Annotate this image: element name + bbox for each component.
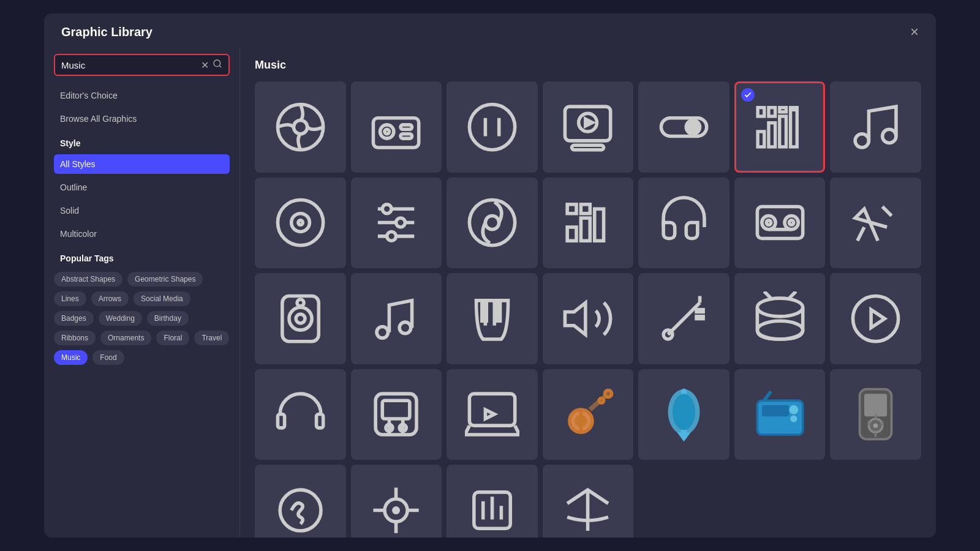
search-box: ✕	[54, 54, 230, 76]
modal-title: Graphic Library	[61, 25, 153, 39]
svg-point-85	[600, 399, 604, 403]
icon-bottom2[interactable]	[351, 465, 442, 538]
tag-abstract-shapes[interactable]: Abstract Shapes	[54, 272, 123, 287]
icon-bottom1[interactable]	[255, 465, 346, 538]
icon-toggle[interactable]	[638, 81, 729, 173]
icon-microphone[interactable]	[830, 178, 921, 269]
icon-cassette[interactable]	[734, 178, 826, 269]
tag-lines[interactable]: Lines	[54, 291, 86, 306]
svg-point-54	[377, 326, 388, 338]
icon-radio[interactable]	[351, 81, 442, 173]
tag-social-media[interactable]: Social Media	[134, 291, 190, 306]
icon-headphones[interactable]	[255, 369, 346, 460]
tag-food[interactable]: Food	[92, 350, 124, 365]
svg-rect-80	[469, 394, 514, 426]
icon-pause[interactable]	[447, 81, 538, 173]
icon-drum[interactable]	[734, 273, 826, 364]
svg-rect-44	[757, 207, 802, 239]
section-title: Music	[255, 59, 921, 72]
icon-piano[interactable]	[447, 273, 538, 364]
editors-choice-link[interactable]: Editor's Choice	[54, 86, 230, 105]
svg-point-55	[399, 322, 411, 334]
close-button[interactable]: ×	[910, 24, 919, 39]
tag-badges[interactable]: Badges	[54, 311, 94, 326]
icon-bottom3[interactable]	[447, 465, 538, 538]
icon-vinyl2[interactable]	[255, 178, 346, 269]
svg-rect-64	[696, 310, 703, 312]
svg-marker-60	[565, 302, 586, 334]
tag-wedding[interactable]: Wedding	[99, 311, 142, 326]
svg-rect-22	[758, 107, 764, 116]
svg-point-67	[757, 321, 802, 339]
svg-rect-25	[791, 107, 797, 110]
svg-rect-19	[769, 122, 775, 146]
icon-music-player-multicolor[interactable]	[351, 369, 442, 460]
tag-ribbons[interactable]: Ribbons	[54, 331, 96, 345]
svg-point-2	[277, 104, 323, 149]
icon-bottom4[interactable]	[543, 465, 634, 538]
svg-point-84	[605, 391, 612, 397]
tag-arrows[interactable]: Arrows	[91, 291, 129, 306]
tag-geometric-shapes[interactable]: Geometric Shapes	[127, 272, 203, 287]
icon-ipod-multicolor[interactable]	[830, 369, 921, 460]
svg-rect-39	[568, 227, 577, 241]
icon-music-note[interactable]	[830, 81, 921, 173]
svg-line-93	[764, 392, 771, 401]
svg-rect-75	[383, 401, 410, 419]
svg-rect-40	[581, 218, 590, 241]
style-all[interactable]: All Styles	[54, 154, 230, 174]
svg-line-1	[219, 66, 221, 67]
icon-mixer[interactable]	[351, 178, 442, 269]
icon-speaker[interactable]	[255, 273, 346, 364]
icon-vinyl[interactable]	[255, 81, 346, 173]
icon-play-circle[interactable]	[830, 273, 921, 364]
icon-media-player[interactable]	[543, 81, 634, 173]
icon-earphones[interactable]	[638, 178, 729, 269]
style-solid[interactable]: Solid	[54, 201, 230, 220]
browse-all-link[interactable]: Browse All Graphics	[54, 109, 230, 129]
svg-rect-8	[401, 133, 412, 138]
style-multicolor[interactable]: Multicolor	[54, 224, 230, 244]
svg-point-45	[761, 216, 775, 230]
svg-rect-73	[316, 414, 323, 428]
icon-equalizer[interactable]	[734, 81, 826, 173]
icon-bars[interactable]	[543, 178, 634, 269]
search-input[interactable]	[61, 60, 201, 70]
icon-music-disc[interactable]	[447, 178, 538, 269]
svg-point-97	[873, 424, 878, 428]
svg-point-36	[387, 232, 396, 241]
svg-point-100	[394, 508, 398, 512]
svg-rect-41	[595, 209, 604, 241]
style-outline[interactable]: Outline	[54, 178, 230, 197]
svg-point-91	[789, 405, 798, 414]
svg-rect-72	[277, 414, 284, 428]
svg-rect-90	[761, 405, 789, 417]
tag-travel[interactable]: Travel	[194, 331, 229, 345]
tag-ornaments[interactable]: Ornaments	[100, 331, 151, 345]
search-submit-button[interactable]	[213, 59, 222, 71]
icon-music-notes[interactable]	[351, 273, 442, 364]
svg-point-92	[790, 416, 797, 422]
svg-point-5	[380, 125, 394, 138]
tag-birthday[interactable]: Birthday	[147, 311, 189, 326]
svg-rect-7	[401, 125, 412, 129]
svg-rect-42	[568, 204, 577, 214]
svg-line-49	[883, 207, 892, 216]
svg-point-34	[383, 204, 392, 214]
svg-point-17	[686, 120, 699, 133]
icon-usb-multicolor[interactable]	[638, 369, 729, 460]
icon-laptop-music[interactable]	[447, 369, 538, 460]
icon-aux-cable[interactable]	[638, 273, 729, 364]
svg-rect-59	[496, 301, 500, 321]
tag-floral[interactable]: Floral	[156, 331, 189, 345]
svg-point-38	[485, 216, 499, 230]
svg-rect-95	[864, 394, 887, 417]
svg-rect-23	[769, 107, 775, 116]
icon-volume[interactable]	[543, 273, 634, 364]
icon-guitar-multicolor[interactable]	[543, 369, 634, 460]
svg-rect-65	[696, 317, 703, 319]
tag-music[interactable]: Music	[54, 350, 88, 365]
icon-radio-multicolor[interactable]	[734, 369, 826, 460]
svg-point-29	[291, 214, 309, 232]
search-clear-button[interactable]: ✕	[201, 59, 209, 71]
